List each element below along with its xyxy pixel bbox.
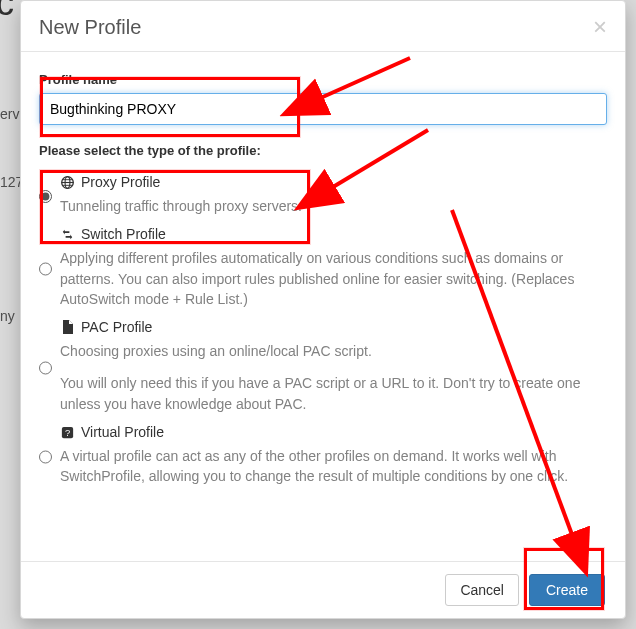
option-title: PAC Profile	[81, 319, 152, 335]
radio-virtual[interactable]	[39, 427, 52, 487]
create-button[interactable]: Create	[529, 574, 605, 606]
profile-type-options: Proxy Profile Tunneling traffic through …	[39, 164, 607, 487]
option-desc: Choosing proxies using an online/local P…	[60, 341, 607, 361]
option-title: Proxy Profile	[81, 174, 160, 190]
option-body: ? Virtual Profile A virtual profile can …	[60, 424, 607, 487]
option-virtual-profile[interactable]: ? Virtual Profile A virtual profile can …	[39, 414, 607, 487]
dialog-body: Profile name Please select the type of t…	[21, 52, 625, 561]
radio-pac[interactable]	[39, 322, 52, 414]
option-desc: Tunneling traffic through proxy servers.	[60, 196, 607, 216]
option-body: PAC Profile Choosing proxies using an on…	[60, 319, 607, 414]
profile-name-wrap	[39, 93, 607, 125]
retweet-icon	[60, 227, 75, 242]
globe-icon	[60, 175, 75, 190]
option-body: Proxy Profile Tunneling traffic through …	[60, 174, 607, 216]
option-proxy-profile[interactable]: Proxy Profile Tunneling traffic through …	[39, 164, 607, 216]
option-desc-2: You will only need this if you have a PA…	[60, 373, 607, 414]
option-pac-profile[interactable]: PAC Profile Choosing proxies using an on…	[39, 309, 607, 414]
cancel-button[interactable]: Cancel	[445, 574, 519, 606]
option-desc: A virtual profile can act as any of the …	[60, 446, 607, 487]
option-title: Virtual Profile	[81, 424, 164, 440]
profile-name-input[interactable]	[39, 93, 607, 125]
file-icon	[60, 320, 75, 335]
question-badge-icon: ?	[60, 425, 75, 440]
option-title: Switch Profile	[81, 226, 166, 242]
dialog-title: New Profile	[39, 16, 141, 39]
svg-text:?: ?	[65, 428, 70, 438]
option-switch-profile[interactable]: Switch Profile Applying different profil…	[39, 216, 607, 309]
profile-name-label: Profile name	[39, 72, 607, 87]
option-body: Switch Profile Applying different profil…	[60, 226, 607, 309]
close-icon[interactable]: ×	[593, 15, 607, 39]
dialog-footer: Cancel Create	[21, 561, 625, 618]
option-desc: Applying different profiles automaticall…	[60, 248, 607, 309]
radio-switch[interactable]	[39, 229, 52, 309]
new-profile-dialog: New Profile × Profile name Please select…	[20, 0, 626, 619]
radio-proxy[interactable]	[39, 177, 52, 216]
profile-type-label: Please select the type of the profile:	[39, 143, 607, 158]
dialog-header: New Profile ×	[21, 1, 625, 52]
